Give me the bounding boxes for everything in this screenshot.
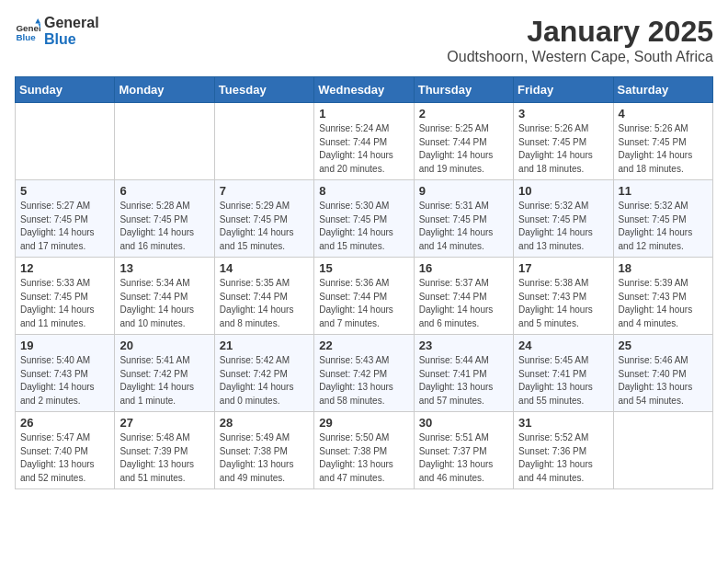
calendar-cell: 6Sunrise: 5:28 AMSunset: 7:45 PMDaylight… bbox=[115, 180, 214, 258]
day-number: 26 bbox=[20, 416, 109, 430]
calendar-cell: 11Sunrise: 5:32 AMSunset: 7:45 PMDayligh… bbox=[613, 180, 712, 258]
calendar-cell: 31Sunrise: 5:52 AMSunset: 7:36 PMDayligh… bbox=[514, 412, 613, 489]
day-number: 29 bbox=[319, 416, 408, 430]
day-detail: Sunrise: 5:52 AMSunset: 7:36 PMDaylight:… bbox=[518, 431, 608, 485]
logo: General Blue General Blue bbox=[15, 15, 99, 47]
day-number: 16 bbox=[419, 261, 508, 275]
weekday-header: Thursday bbox=[414, 77, 513, 103]
day-detail: Sunrise: 5:38 AMSunset: 7:43 PMDaylight:… bbox=[518, 277, 608, 330]
calendar-cell: 24Sunrise: 5:45 AMSunset: 7:41 PMDayligh… bbox=[514, 335, 613, 412]
calendar-week-row: 12Sunrise: 5:33 AMSunset: 7:45 PMDayligh… bbox=[16, 258, 713, 335]
calendar-cell: 14Sunrise: 5:35 AMSunset: 7:44 PMDayligh… bbox=[214, 258, 313, 335]
page-header: General Blue General Blue January 2025 O… bbox=[15, 15, 713, 65]
calendar-week-row: 19Sunrise: 5:40 AMSunset: 7:43 PMDayligh… bbox=[16, 335, 713, 412]
day-detail: Sunrise: 5:44 AMSunset: 7:41 PMDaylight:… bbox=[419, 354, 508, 408]
day-number: 10 bbox=[518, 184, 608, 198]
day-detail: Sunrise: 5:26 AMSunset: 7:45 PMDaylight:… bbox=[619, 122, 708, 176]
weekday-header: Wednesday bbox=[314, 77, 414, 103]
svg-marker-2 bbox=[35, 18, 40, 24]
day-number: 19 bbox=[20, 339, 109, 352]
calendar-cell: 15Sunrise: 5:36 AMSunset: 7:44 PMDayligh… bbox=[314, 258, 414, 335]
weekday-header: Sunday bbox=[16, 77, 115, 103]
calendar-week-row: 5Sunrise: 5:27 AMSunset: 7:45 PMDaylight… bbox=[16, 180, 713, 258]
day-detail: Sunrise: 5:34 AMSunset: 7:44 PMDaylight:… bbox=[119, 277, 209, 330]
calendar-cell: 19Sunrise: 5:40 AMSunset: 7:43 PMDayligh… bbox=[16, 335, 115, 412]
day-detail: Sunrise: 5:32 AMSunset: 7:45 PMDaylight:… bbox=[619, 200, 708, 253]
logo-icon: General Blue bbox=[15, 18, 40, 44]
calendar-cell: 18Sunrise: 5:39 AMSunset: 7:43 PMDayligh… bbox=[613, 258, 712, 335]
day-number: 22 bbox=[319, 339, 408, 352]
day-number: 9 bbox=[419, 184, 508, 198]
day-detail: Sunrise: 5:40 AMSunset: 7:43 PMDaylight:… bbox=[20, 354, 109, 408]
day-detail: Sunrise: 5:41 AMSunset: 7:42 PMDaylight:… bbox=[119, 354, 209, 408]
day-detail: Sunrise: 5:31 AMSunset: 7:45 PMDaylight:… bbox=[419, 200, 508, 253]
day-number: 31 bbox=[518, 416, 608, 430]
day-detail: Sunrise: 5:33 AMSunset: 7:45 PMDaylight:… bbox=[20, 277, 109, 330]
day-number: 24 bbox=[518, 339, 608, 352]
day-number: 3 bbox=[518, 107, 608, 121]
day-detail: Sunrise: 5:27 AMSunset: 7:45 PMDaylight:… bbox=[20, 200, 109, 253]
day-number: 8 bbox=[319, 184, 408, 198]
calendar-cell: 28Sunrise: 5:49 AMSunset: 7:38 PMDayligh… bbox=[214, 412, 313, 489]
day-detail: Sunrise: 5:43 AMSunset: 7:42 PMDaylight:… bbox=[319, 354, 408, 408]
day-number: 17 bbox=[518, 261, 608, 275]
day-number: 27 bbox=[119, 416, 209, 430]
calendar-cell bbox=[115, 103, 214, 180]
day-detail: Sunrise: 5:24 AMSunset: 7:44 PMDaylight:… bbox=[319, 122, 408, 176]
day-detail: Sunrise: 5:32 AMSunset: 7:45 PMDaylight:… bbox=[518, 200, 608, 253]
day-number: 28 bbox=[220, 416, 309, 430]
weekday-header: Monday bbox=[115, 77, 214, 103]
calendar-cell: 20Sunrise: 5:41 AMSunset: 7:42 PMDayligh… bbox=[115, 335, 214, 412]
calendar-cell: 1Sunrise: 5:24 AMSunset: 7:44 PMDaylight… bbox=[314, 103, 414, 180]
svg-text:Blue: Blue bbox=[16, 31, 36, 41]
day-number: 15 bbox=[319, 261, 408, 275]
day-number: 25 bbox=[619, 339, 708, 352]
calendar-cell: 8Sunrise: 5:30 AMSunset: 7:45 PMDaylight… bbox=[314, 180, 414, 258]
calendar-cell: 12Sunrise: 5:33 AMSunset: 7:45 PMDayligh… bbox=[16, 258, 115, 335]
day-number: 20 bbox=[119, 339, 209, 352]
calendar-cell: 9Sunrise: 5:31 AMSunset: 7:45 PMDaylight… bbox=[414, 180, 513, 258]
day-detail: Sunrise: 5:35 AMSunset: 7:44 PMDaylight:… bbox=[220, 277, 309, 330]
day-number: 18 bbox=[619, 261, 708, 275]
day-detail: Sunrise: 5:39 AMSunset: 7:43 PMDaylight:… bbox=[619, 277, 708, 330]
month-title: January 2025 bbox=[447, 15, 713, 49]
day-detail: Sunrise: 5:42 AMSunset: 7:42 PMDaylight:… bbox=[220, 354, 309, 408]
title-area: January 2025 Oudtshoorn, Western Cape, S… bbox=[447, 15, 713, 65]
day-detail: Sunrise: 5:46 AMSunset: 7:40 PMDaylight:… bbox=[619, 354, 708, 408]
weekday-header: Friday bbox=[514, 77, 613, 103]
calendar-cell: 5Sunrise: 5:27 AMSunset: 7:45 PMDaylight… bbox=[16, 180, 115, 258]
day-number: 14 bbox=[220, 261, 309, 275]
calendar-cell: 22Sunrise: 5:43 AMSunset: 7:42 PMDayligh… bbox=[314, 335, 414, 412]
day-number: 21 bbox=[220, 339, 309, 352]
day-detail: Sunrise: 5:48 AMSunset: 7:39 PMDaylight:… bbox=[119, 431, 209, 485]
calendar-cell: 30Sunrise: 5:51 AMSunset: 7:37 PMDayligh… bbox=[414, 412, 513, 489]
calendar-cell: 10Sunrise: 5:32 AMSunset: 7:45 PMDayligh… bbox=[514, 180, 613, 258]
calendar-cell: 25Sunrise: 5:46 AMSunset: 7:40 PMDayligh… bbox=[613, 335, 712, 412]
day-detail: Sunrise: 5:36 AMSunset: 7:44 PMDaylight:… bbox=[319, 277, 408, 330]
day-number: 2 bbox=[419, 107, 508, 121]
day-number: 11 bbox=[619, 184, 708, 198]
day-detail: Sunrise: 5:25 AMSunset: 7:44 PMDaylight:… bbox=[419, 122, 508, 176]
logo-blue-text: Blue bbox=[44, 31, 99, 48]
day-number: 13 bbox=[119, 261, 209, 275]
calendar-cell: 3Sunrise: 5:26 AMSunset: 7:45 PMDaylight… bbox=[514, 103, 613, 180]
calendar-cell: 7Sunrise: 5:29 AMSunset: 7:45 PMDaylight… bbox=[214, 180, 313, 258]
day-number: 6 bbox=[119, 184, 209, 198]
calendar-cell: 13Sunrise: 5:34 AMSunset: 7:44 PMDayligh… bbox=[115, 258, 214, 335]
day-detail: Sunrise: 5:51 AMSunset: 7:37 PMDaylight:… bbox=[419, 431, 508, 485]
day-number: 30 bbox=[419, 416, 508, 430]
day-detail: Sunrise: 5:37 AMSunset: 7:44 PMDaylight:… bbox=[419, 277, 508, 330]
calendar-week-row: 1Sunrise: 5:24 AMSunset: 7:44 PMDaylight… bbox=[16, 103, 713, 180]
day-number: 7 bbox=[220, 184, 309, 198]
day-detail: Sunrise: 5:30 AMSunset: 7:45 PMDaylight:… bbox=[319, 200, 408, 253]
calendar-cell: 29Sunrise: 5:50 AMSunset: 7:38 PMDayligh… bbox=[314, 412, 414, 489]
day-detail: Sunrise: 5:28 AMSunset: 7:45 PMDaylight:… bbox=[119, 200, 209, 253]
day-detail: Sunrise: 5:26 AMSunset: 7:45 PMDaylight:… bbox=[518, 122, 608, 176]
calendar-cell bbox=[613, 412, 712, 489]
day-number: 1 bbox=[319, 107, 408, 121]
calendar-table: SundayMondayTuesdayWednesdayThursdayFrid… bbox=[15, 76, 713, 489]
weekday-header: Tuesday bbox=[214, 77, 313, 103]
day-detail: Sunrise: 5:49 AMSunset: 7:38 PMDaylight:… bbox=[220, 431, 309, 485]
calendar-week-row: 26Sunrise: 5:47 AMSunset: 7:40 PMDayligh… bbox=[16, 412, 713, 489]
calendar-cell: 23Sunrise: 5:44 AMSunset: 7:41 PMDayligh… bbox=[414, 335, 513, 412]
